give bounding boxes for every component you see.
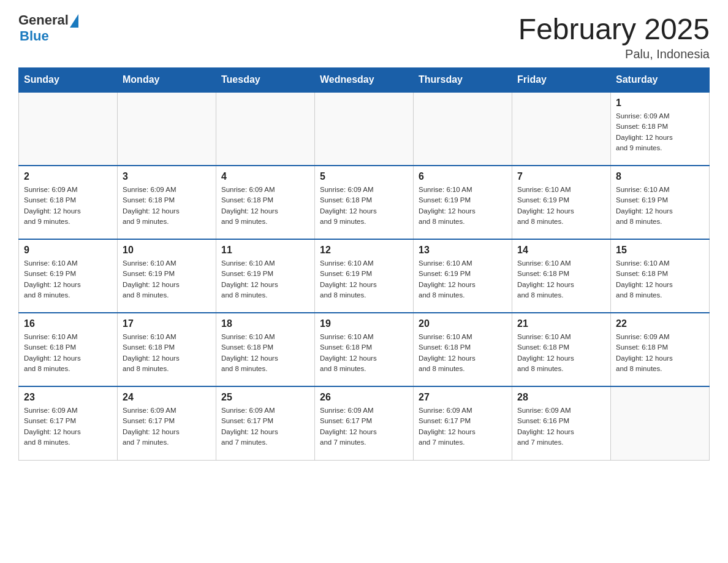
week-row-5: 23Sunrise: 6:09 AM Sunset: 6:17 PM Dayli… <box>19 386 710 460</box>
calendar-cell: 2Sunrise: 6:09 AM Sunset: 6:18 PM Daylig… <box>19 166 118 239</box>
week-row-2: 2Sunrise: 6:09 AM Sunset: 6:18 PM Daylig… <box>19 166 710 239</box>
page-header: General Blue February 2025 Palu, Indones… <box>18 12 710 61</box>
day-number: 9 <box>24 245 112 256</box>
week-row-3: 9Sunrise: 6:10 AM Sunset: 6:19 PM Daylig… <box>19 239 710 313</box>
calendar-table: SundayMondayTuesdayWednesdayThursdayFrid… <box>18 67 710 461</box>
day-info: Sunrise: 6:09 AM Sunset: 6:16 PM Dayligh… <box>517 405 605 448</box>
logo: General Blue <box>18 12 78 44</box>
day-info: Sunrise: 6:10 AM Sunset: 6:18 PM Dayligh… <box>517 258 605 301</box>
day-number: 21 <box>517 318 605 329</box>
day-info: Sunrise: 6:09 AM Sunset: 6:18 PM Dayligh… <box>616 332 704 374</box>
day-number: 6 <box>419 171 507 182</box>
calendar-cell: 22Sunrise: 6:09 AM Sunset: 6:18 PM Dayli… <box>611 313 710 386</box>
weekday-header-thursday: Thursday <box>414 68 512 93</box>
calendar-cell: 4Sunrise: 6:09 AM Sunset: 6:18 PM Daylig… <box>216 166 315 239</box>
calendar-cell <box>315 92 414 166</box>
day-info: Sunrise: 6:09 AM Sunset: 6:17 PM Dayligh… <box>221 405 309 448</box>
calendar-cell: 7Sunrise: 6:10 AM Sunset: 6:19 PM Daylig… <box>512 166 611 239</box>
weekday-header-friday: Friday <box>512 68 611 93</box>
calendar-cell: 16Sunrise: 6:10 AM Sunset: 6:18 PM Dayli… <box>19 313 118 386</box>
day-info: Sunrise: 6:10 AM Sunset: 6:19 PM Dayligh… <box>320 258 408 301</box>
calendar-cell: 21Sunrise: 6:10 AM Sunset: 6:18 PM Dayli… <box>512 313 611 386</box>
day-number: 2 <box>24 171 112 182</box>
day-number: 11 <box>221 245 309 256</box>
calendar-cell: 5Sunrise: 6:09 AM Sunset: 6:18 PM Daylig… <box>315 166 414 239</box>
day-number: 3 <box>123 171 211 182</box>
calendar-cell: 8Sunrise: 6:10 AM Sunset: 6:19 PM Daylig… <box>611 166 710 239</box>
day-info: Sunrise: 6:10 AM Sunset: 6:18 PM Dayligh… <box>320 332 408 374</box>
day-info: Sunrise: 6:09 AM Sunset: 6:18 PM Dayligh… <box>123 185 211 227</box>
day-info: Sunrise: 6:10 AM Sunset: 6:18 PM Dayligh… <box>221 332 309 374</box>
calendar-cell: 18Sunrise: 6:10 AM Sunset: 6:18 PM Dayli… <box>216 313 315 386</box>
day-info: Sunrise: 6:09 AM Sunset: 6:17 PM Dayligh… <box>419 405 507 448</box>
calendar-cell: 26Sunrise: 6:09 AM Sunset: 6:17 PM Dayli… <box>315 386 414 460</box>
day-number: 27 <box>419 392 507 403</box>
day-number: 14 <box>517 245 605 256</box>
day-info: Sunrise: 6:10 AM Sunset: 6:19 PM Dayligh… <box>123 258 211 301</box>
day-info: Sunrise: 6:09 AM Sunset: 6:17 PM Dayligh… <box>24 405 112 448</box>
calendar-cell: 25Sunrise: 6:09 AM Sunset: 6:17 PM Dayli… <box>216 386 315 460</box>
calendar-cell <box>414 92 512 166</box>
week-row-1: 1Sunrise: 6:09 AM Sunset: 6:18 PM Daylig… <box>19 92 710 166</box>
day-info: Sunrise: 6:09 AM Sunset: 6:17 PM Dayligh… <box>320 405 408 448</box>
day-number: 7 <box>517 171 605 182</box>
calendar-cell <box>611 386 710 460</box>
calendar-cell: 1Sunrise: 6:09 AM Sunset: 6:18 PM Daylig… <box>611 92 710 166</box>
weekday-header-monday: Monday <box>118 68 216 93</box>
day-info: Sunrise: 6:10 AM Sunset: 6:19 PM Dayligh… <box>221 258 309 301</box>
calendar-cell: 19Sunrise: 6:10 AM Sunset: 6:18 PM Dayli… <box>315 313 414 386</box>
day-number: 15 <box>616 245 704 256</box>
day-number: 19 <box>320 318 408 329</box>
calendar-cell: 10Sunrise: 6:10 AM Sunset: 6:19 PM Dayli… <box>118 239 216 313</box>
weekday-header-wednesday: Wednesday <box>315 68 414 93</box>
calendar-cell <box>19 92 118 166</box>
day-info: Sunrise: 6:10 AM Sunset: 6:18 PM Dayligh… <box>616 258 704 301</box>
calendar-cell <box>118 92 216 166</box>
day-number: 24 <box>123 392 211 403</box>
day-number: 17 <box>123 318 211 329</box>
day-info: Sunrise: 6:10 AM Sunset: 6:19 PM Dayligh… <box>24 258 112 301</box>
calendar-cell: 27Sunrise: 6:09 AM Sunset: 6:17 PM Dayli… <box>414 386 512 460</box>
weekday-header-saturday: Saturday <box>611 68 710 93</box>
weekday-header-sunday: Sunday <box>19 68 118 93</box>
day-info: Sunrise: 6:09 AM Sunset: 6:18 PM Dayligh… <box>616 111 704 153</box>
day-number: 16 <box>24 318 112 329</box>
day-number: 8 <box>616 171 704 182</box>
day-number: 4 <box>221 171 309 182</box>
day-info: Sunrise: 6:10 AM Sunset: 6:18 PM Dayligh… <box>419 332 507 374</box>
week-row-4: 16Sunrise: 6:10 AM Sunset: 6:18 PM Dayli… <box>19 313 710 386</box>
calendar-cell: 12Sunrise: 6:10 AM Sunset: 6:19 PM Dayli… <box>315 239 414 313</box>
day-number: 18 <box>221 318 309 329</box>
day-info: Sunrise: 6:09 AM Sunset: 6:18 PM Dayligh… <box>221 185 309 227</box>
day-info: Sunrise: 6:10 AM Sunset: 6:18 PM Dayligh… <box>517 332 605 374</box>
title-block: February 2025 Palu, Indonesia <box>518 12 710 61</box>
day-number: 5 <box>320 171 408 182</box>
day-number: 22 <box>616 318 704 329</box>
day-number: 10 <box>123 245 211 256</box>
logo-triangle-icon <box>70 14 78 28</box>
calendar-cell: 14Sunrise: 6:10 AM Sunset: 6:18 PM Dayli… <box>512 239 611 313</box>
day-info: Sunrise: 6:09 AM Sunset: 6:18 PM Dayligh… <box>24 185 112 227</box>
day-number: 26 <box>320 392 408 403</box>
calendar-subtitle: Palu, Indonesia <box>518 47 710 61</box>
day-info: Sunrise: 6:10 AM Sunset: 6:19 PM Dayligh… <box>419 185 507 227</box>
calendar-cell: 13Sunrise: 6:10 AM Sunset: 6:19 PM Dayli… <box>414 239 512 313</box>
day-info: Sunrise: 6:10 AM Sunset: 6:18 PM Dayligh… <box>24 332 112 374</box>
calendar-cell: 3Sunrise: 6:09 AM Sunset: 6:18 PM Daylig… <box>118 166 216 239</box>
logo-general-text: General <box>18 12 69 28</box>
weekday-header-row: SundayMondayTuesdayWednesdayThursdayFrid… <box>19 68 710 93</box>
day-number: 20 <box>419 318 507 329</box>
day-number: 23 <box>24 392 112 403</box>
calendar-cell <box>512 92 611 166</box>
day-info: Sunrise: 6:10 AM Sunset: 6:19 PM Dayligh… <box>517 185 605 227</box>
calendar-cell: 23Sunrise: 6:09 AM Sunset: 6:17 PM Dayli… <box>19 386 118 460</box>
calendar-cell: 24Sunrise: 6:09 AM Sunset: 6:17 PM Dayli… <box>118 386 216 460</box>
day-number: 13 <box>419 245 507 256</box>
weekday-header-tuesday: Tuesday <box>216 68 315 93</box>
day-info: Sunrise: 6:09 AM Sunset: 6:18 PM Dayligh… <box>320 185 408 227</box>
logo-blue-text: Blue <box>20 28 49 44</box>
day-number: 25 <box>221 392 309 403</box>
day-number: 1 <box>616 98 704 109</box>
calendar-cell: 11Sunrise: 6:10 AM Sunset: 6:19 PM Dayli… <box>216 239 315 313</box>
day-info: Sunrise: 6:09 AM Sunset: 6:17 PM Dayligh… <box>123 405 211 448</box>
